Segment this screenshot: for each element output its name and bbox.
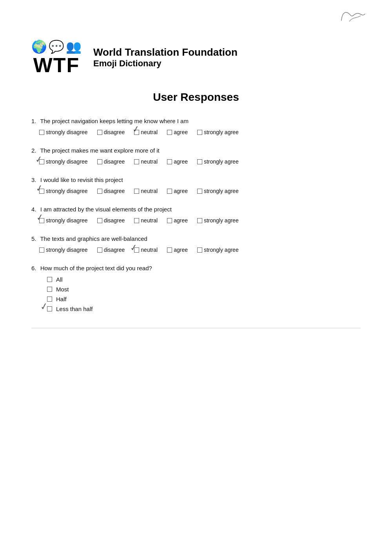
question-6-text: 6. How much of the project text did you … [31, 265, 361, 271]
question-1-likert: strongly disagree disagree ✓ neutral agr… [39, 129, 361, 135]
q1-neutral[interactable]: ✓ neutral [134, 129, 158, 135]
q1-strongly-disagree[interactable]: strongly disagree [39, 129, 88, 135]
logo-area: 🌍 💬 👥 WTF [31, 39, 82, 75]
question-6-number: 6. [31, 265, 36, 271]
question-2: 2. The project makes me want explore mor… [31, 147, 361, 165]
q4-strongly-agree[interactable]: strongly agree [197, 217, 239, 224]
q1-agree[interactable]: agree [167, 129, 188, 135]
question-1: 1. The project navigation keeps letting … [31, 118, 361, 135]
org-info: World Translation Foundation Emoji Dicti… [93, 46, 238, 69]
q2-a-checkbox[interactable] [167, 159, 172, 164]
logo-icons: 🌍 💬 👥 [31, 39, 82, 54]
question-2-text: 2. The project makes me want explore mor… [31, 147, 361, 154]
page-title: User Responses [31, 91, 361, 104]
logo-text: WTF [33, 55, 80, 75]
q4-disagree[interactable]: disagree [97, 217, 125, 224]
q3-disagree[interactable]: disagree [97, 188, 125, 194]
question-6-options: All Most Half ✓ Less than half [47, 276, 361, 312]
q1-strongly-agree[interactable]: strongly agree [197, 129, 239, 135]
q3-neutral[interactable]: neutral [134, 188, 158, 194]
q3-strongly-disagree[interactable]: ✓ strongly disagree [39, 188, 88, 194]
q5-agree[interactable]: agree [167, 247, 188, 253]
q1-disagree[interactable]: disagree [97, 129, 125, 135]
header: 🌍 💬 👥 WTF World Translation Foundation E… [31, 39, 361, 75]
q5-sa-checkbox[interactable] [197, 247, 202, 253]
q5-strongly-agree[interactable]: strongly agree [197, 247, 239, 253]
q2-d-checkbox[interactable] [97, 159, 102, 164]
question-5-number: 5. [31, 235, 36, 242]
question-5-likert: strongly disagree disagree ✓ neutral agr… [39, 247, 361, 253]
q2-disagree[interactable]: disagree [97, 158, 125, 165]
speech-icon: 💬 [49, 39, 64, 54]
q5-strongly-disagree[interactable]: strongly disagree [39, 247, 88, 253]
question-1-number: 1. [31, 118, 36, 124]
question-6: 6. How much of the project text did you … [31, 265, 361, 312]
q6-half[interactable]: Half [47, 296, 361, 302]
globe-icon: 🌍 [31, 39, 47, 54]
question-3-text: 3. I would like to revisit this project [31, 177, 361, 183]
q2-n-checkbox[interactable] [134, 159, 139, 164]
question-2-likert: ✓ strongly disagree disagree neutral agr… [39, 158, 361, 165]
q3-a-checkbox[interactable] [167, 189, 172, 194]
q6-all-checkbox[interactable] [47, 277, 52, 282]
question-3-number: 3. [31, 177, 36, 183]
org-name: World Translation Foundation [93, 46, 238, 58]
q5-d-checkbox[interactable] [97, 247, 102, 253]
q5-sd-checkbox[interactable] [39, 247, 44, 253]
q1-a-checkbox[interactable] [167, 130, 172, 135]
q4-d-checkbox[interactable] [97, 218, 102, 223]
question-4-text: 4. I am attracted by the visual elements… [31, 206, 361, 213]
question-4-likert: ✓ strongly disagree disagree neutral agr… [39, 217, 361, 224]
q6-less-than-half[interactable]: ✓ Less than half [47, 306, 361, 312]
question-5-text: 5. The texts and graphics are well-balan… [31, 235, 361, 242]
q6-half-checkbox[interactable] [47, 297, 52, 302]
org-subtitle: Emoji Dictionary [93, 58, 238, 69]
q4-neutral[interactable]: neutral [134, 217, 158, 224]
q5-n-checkbox[interactable] [134, 247, 139, 253]
q2-strongly-agree[interactable]: strongly agree [197, 158, 239, 165]
question-1-text: 1. The project navigation keeps letting … [31, 118, 361, 124]
question-4-number: 4. [31, 206, 36, 213]
q2-sa-checkbox[interactable] [197, 159, 202, 164]
q3-n-checkbox[interactable] [134, 189, 139, 194]
q2-sd-checkbox[interactable] [39, 159, 44, 164]
question-3: 3. I would like to revisit this project … [31, 177, 361, 194]
q5-disagree[interactable]: disagree [97, 247, 125, 253]
q3-agree[interactable]: agree [167, 188, 188, 194]
q2-agree[interactable]: agree [167, 158, 188, 165]
question-4: 4. I am attracted by the visual elements… [31, 206, 361, 224]
q1-sd-checkbox[interactable] [39, 130, 44, 135]
q5-neutral[interactable]: ✓ neutral [134, 247, 158, 253]
q4-sa-checkbox[interactable] [197, 218, 202, 223]
page: 🌍 💬 👥 WTF World Translation Foundation E… [0, 0, 392, 555]
q2-neutral[interactable]: neutral [134, 158, 158, 165]
q4-agree[interactable]: agree [167, 217, 188, 224]
page-divider [31, 328, 361, 328]
q1-n-checkbox[interactable] [134, 130, 139, 135]
people-icon: 👥 [66, 39, 82, 54]
q4-sd-checkbox[interactable] [39, 218, 44, 223]
q6-most[interactable]: Most [47, 286, 361, 293]
q3-sa-checkbox[interactable] [197, 189, 202, 194]
q6-lth-checkbox[interactable] [47, 306, 52, 311]
q4-strongly-disagree[interactable]: ✓ strongly disagree [39, 217, 88, 224]
q3-sd-checkbox[interactable] [39, 189, 44, 194]
q4-a-checkbox[interactable] [167, 218, 172, 223]
q1-sa-checkbox[interactable] [197, 130, 202, 135]
question-5: 5. The texts and graphics are well-balan… [31, 235, 361, 253]
q3-strongly-agree[interactable]: strongly agree [197, 188, 239, 194]
q5-a-checkbox[interactable] [167, 247, 172, 253]
q6-all[interactable]: All [47, 276, 361, 283]
q6-most-checkbox[interactable] [47, 287, 52, 292]
question-2-number: 2. [31, 147, 36, 154]
q4-n-checkbox[interactable] [134, 218, 139, 223]
q3-d-checkbox[interactable] [97, 189, 102, 194]
question-3-likert: ✓ strongly disagree disagree neutral agr… [39, 188, 361, 194]
signature [336, 5, 370, 30]
q2-strongly-disagree[interactable]: ✓ strongly disagree [39, 158, 88, 165]
q1-d-checkbox[interactable] [97, 130, 102, 135]
